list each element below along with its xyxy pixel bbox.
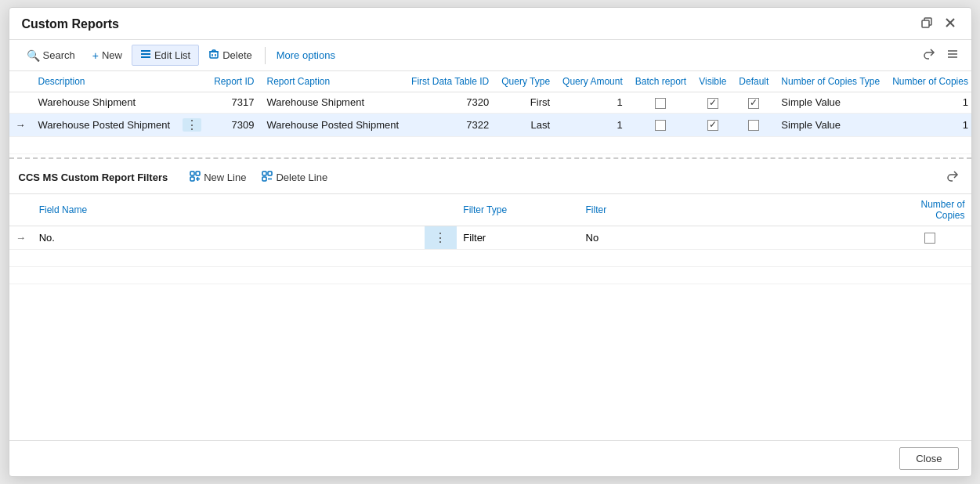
new-line-button[interactable]: New Line [183, 168, 252, 186]
col-header-query-type: Query Type [495, 71, 556, 92]
visible-checkbox-2[interactable] [707, 120, 718, 131]
modal-header-actions [918, 16, 959, 33]
lower-section: CCS MS Custom Report Filters New Line [9, 162, 971, 440]
report-id-2[interactable]: 7309 [208, 113, 260, 136]
lower-table-row[interactable]: → No. ⋮ Filter No [9, 226, 971, 249]
table-row[interactable]: → Warehouse Posted Shipment ⋮ 7309 Wareh… [9, 113, 971, 136]
col-header-report-id: Report ID [208, 71, 260, 92]
lower-field-name-1[interactable]: No. [33, 226, 425, 249]
col-header-query-amount: Query Amount [556, 71, 629, 92]
lower-table-header: Field Name Filter Type Filter Number of … [9, 194, 971, 226]
copies-2[interactable]: 1 [886, 113, 971, 136]
lower-toolbar-right [943, 168, 962, 187]
default-1[interactable] [732, 92, 775, 114]
svg-rect-6 [210, 52, 218, 58]
batch-report-checkbox-2[interactable] [655, 120, 666, 131]
edit-list-icon [140, 49, 151, 62]
default-checkbox-2[interactable] [748, 120, 759, 131]
new-line-icon [190, 171, 201, 184]
table-row[interactable]: Warehouse Shipment 7317 Warehouse Shipme… [9, 92, 971, 114]
lower-col-copies: Number of Copies [889, 194, 971, 226]
lower-filter-type-1[interactable]: Filter [457, 226, 579, 249]
report-caption-1[interactable]: Warehouse Shipment [260, 92, 405, 114]
visible-checkbox-1[interactable] [707, 98, 718, 109]
dots-cell-2[interactable]: ⋮ [176, 113, 208, 136]
svg-rect-14 [196, 172, 200, 175]
query-amount-1[interactable]: 1 [556, 92, 629, 114]
delete-line-icon [262, 171, 273, 184]
table-row-empty [9, 136, 971, 154]
main-content: Description Report ID Report Caption Fir… [9, 71, 971, 440]
svg-rect-13 [190, 172, 194, 175]
share-button[interactable] [920, 46, 938, 65]
query-amount-2[interactable]: 1 [556, 113, 629, 136]
lower-copies-1[interactable] [889, 226, 971, 249]
close-button[interactable] [942, 16, 959, 33]
custom-reports-modal: Custom Reports 🔍 Search + New [9, 7, 972, 477]
query-type-1[interactable]: First [495, 92, 556, 114]
delete-icon [208, 49, 219, 62]
row-context-menu-2[interactable]: ⋮ [183, 118, 201, 132]
lower-filter-1[interactable]: No [580, 226, 890, 249]
delete-button[interactable]: Delete [201, 45, 260, 65]
upper-table-header: Description Report ID Report Caption Fir… [9, 71, 971, 92]
new-button[interactable]: + New [85, 46, 130, 65]
col-header-default: Default [732, 71, 775, 92]
plus-icon: + [92, 49, 99, 62]
main-toolbar: 🔍 Search + New Edit List [9, 40, 971, 71]
first-data-table-id-1[interactable]: 7320 [405, 92, 495, 114]
batch-report-checkbox-1[interactable] [655, 98, 666, 109]
edit-list-button[interactable]: Edit List [132, 45, 199, 66]
lower-row-context-menu-1[interactable]: ⋮ [431, 231, 450, 244]
lower-col-filter-type: Filter Type [457, 194, 579, 226]
query-type-2[interactable]: Last [495, 113, 556, 136]
default-2[interactable] [732, 113, 775, 136]
svg-rect-18 [262, 172, 266, 175]
toolbar-separator [265, 47, 266, 64]
modal-header: Custom Reports [9, 8, 971, 40]
batch-report-1[interactable] [629, 92, 693, 114]
svg-rect-19 [268, 172, 272, 175]
copies-1[interactable]: 1 [886, 92, 971, 114]
col-header-report-caption: Report Caption [260, 71, 405, 92]
report-caption-2[interactable]: Warehouse Posted Shipment [260, 113, 405, 136]
description-2[interactable]: Warehouse Posted Shipment [32, 113, 177, 136]
lower-data-table: Field Name Filter Type Filter Number of … [9, 194, 971, 284]
visible-1[interactable] [693, 92, 732, 114]
first-data-table-id-2[interactable]: 7322 [405, 113, 495, 136]
toolbar-right-actions [920, 46, 962, 65]
search-button[interactable]: 🔍 Search [19, 46, 83, 65]
default-checkbox-1[interactable] [748, 98, 759, 109]
close-modal-button[interactable]: Close [899, 447, 958, 470]
row-indicator-1 [9, 92, 32, 114]
lower-table-row-empty-2 [9, 266, 971, 284]
batch-report-2[interactable] [629, 113, 693, 136]
svg-rect-4 [141, 53, 150, 55]
visible-2[interactable] [693, 113, 732, 136]
upper-data-table: Description Report ID Report Caption Fir… [9, 71, 971, 154]
col-header-indicator [9, 71, 32, 92]
lower-copies-checkbox-1[interactable] [924, 233, 935, 244]
delete-line-button[interactable]: Delete Line [255, 168, 334, 186]
more-options-button[interactable]: More options [270, 46, 342, 64]
svg-rect-15 [190, 177, 194, 181]
lower-col-field-name: Field Name [33, 194, 425, 226]
col-header-copies: Number of Copies [886, 71, 971, 92]
modal-title: Custom Reports [22, 17, 119, 31]
col-header-batch-report: Batch report [629, 71, 693, 92]
lower-row-indicator-1: → [9, 226, 33, 249]
lower-toolbar: CCS MS Custom Report Filters New Line [9, 162, 971, 194]
lower-dots-cell-1[interactable]: ⋮ [425, 226, 457, 249]
copies-type-2[interactable]: Simple Value [775, 113, 886, 136]
columns-button[interactable] [943, 46, 962, 65]
lower-col-filter: Filter [580, 194, 890, 226]
report-id-1[interactable]: 7317 [208, 92, 260, 114]
svg-rect-0 [922, 20, 929, 27]
svg-rect-3 [141, 50, 150, 52]
restore-button[interactable] [918, 16, 935, 33]
lower-share-button[interactable] [943, 168, 962, 187]
copies-type-1[interactable]: Simple Value [775, 92, 886, 114]
dots-cell-1 [176, 92, 208, 114]
col-header-first-data-table-id: First Data Table ID [405, 71, 495, 92]
description-1[interactable]: Warehouse Shipment [32, 92, 177, 114]
